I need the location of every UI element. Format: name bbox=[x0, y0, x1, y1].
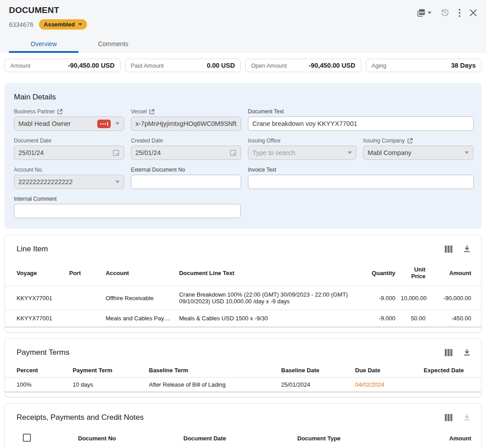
issuing-company-select[interactable]: Mabl Company bbox=[363, 146, 473, 160]
col-document-date[interactable]: Document Date bbox=[181, 428, 295, 448]
col-port[interactable]: Port bbox=[66, 260, 103, 286]
column-chooser-button[interactable] bbox=[444, 348, 454, 357]
line-item-row[interactable]: KKYYX77001 Offhire Receivable Crane Brea… bbox=[5, 286, 481, 310]
download-button[interactable] bbox=[463, 244, 471, 254]
vessel-input[interactable]: x-7pMnHjyjimtxgHOq6WC0M9SNft... bbox=[131, 116, 241, 131]
download-icon bbox=[464, 245, 470, 253]
window-header: DOCUMENT 6334676 Assembled PDF bbox=[0, 0, 486, 53]
columns-icon bbox=[445, 414, 453, 421]
document-date-input[interactable]: 25/01/24 bbox=[14, 146, 124, 160]
close-button[interactable] bbox=[469, 8, 478, 17]
open-amount-value: -90,450.00 USD bbox=[309, 62, 356, 69]
paid-amount-card: Paid Amount 0.00 USD bbox=[125, 59, 241, 72]
issuing-company-value: Mabl Company bbox=[368, 149, 462, 156]
col-expected-date[interactable]: Expected Date bbox=[421, 363, 482, 378]
cell-expected-date bbox=[421, 378, 482, 392]
pdf-export-button[interactable]: PDF bbox=[415, 8, 432, 18]
col-account[interactable]: Account bbox=[103, 260, 177, 286]
history-button[interactable] bbox=[439, 7, 451, 18]
aging-label: Aging bbox=[372, 62, 386, 69]
issuing-company-label: Issuing Company bbox=[363, 138, 405, 144]
col-document-line-text[interactable]: Document Line Text bbox=[176, 260, 365, 286]
cell-voyage: KKYYX77001 bbox=[5, 310, 66, 327]
external-link-icon[interactable] bbox=[407, 138, 413, 144]
external-link-icon[interactable] bbox=[149, 109, 155, 115]
document-number: 6334676 bbox=[9, 21, 34, 28]
tab-overview[interactable]: Overview bbox=[9, 36, 78, 53]
document-date-value: 25/01/24 bbox=[18, 149, 110, 156]
external-link-icon[interactable] bbox=[57, 109, 63, 115]
payment-terms-row[interactable]: 100% 10 days After Release of Bill of La… bbox=[5, 378, 482, 392]
document-text-field: Document Text Crane breakdown voy KKYYX7… bbox=[248, 108, 474, 131]
more-actions-chip[interactable] bbox=[97, 120, 111, 128]
column-chooser-button[interactable] bbox=[444, 245, 454, 254]
line-item-header-row: Voyage Port Account Document Line Text Q… bbox=[5, 260, 481, 286]
col-due-date[interactable]: Due Date bbox=[352, 363, 421, 378]
col-baseline-date[interactable]: Baseline Date bbox=[278, 363, 352, 378]
cell-account: Offhire Receivable bbox=[103, 286, 177, 310]
pdf-icon: PDF bbox=[416, 9, 426, 17]
account-no-select[interactable]: 222222222222222 bbox=[14, 175, 124, 189]
created-date-label: Created Date bbox=[131, 138, 163, 144]
col-percent[interactable]: Percent bbox=[5, 363, 70, 378]
internal-comment-input[interactable] bbox=[14, 204, 241, 218]
created-date-input[interactable]: 25/01/24 bbox=[131, 146, 241, 160]
col-voyage[interactable]: Voyage bbox=[5, 260, 66, 286]
external-document-no-input[interactable] bbox=[131, 175, 241, 189]
issuing-company-field: Issuing Company Mabl Company bbox=[363, 138, 473, 160]
download-icon bbox=[464, 349, 470, 356]
business-partner-value: Mabl Head Owner bbox=[18, 120, 95, 127]
issuing-office-select[interactable]: Type to search. bbox=[248, 146, 356, 160]
col-unit-price[interactable]: Unit Price bbox=[398, 260, 428, 286]
summary-cards: Amount -90,450.00 USD Paid Amount 0.00 U… bbox=[0, 53, 486, 72]
document-text-input[interactable]: Crane breakdown voy KKYYX77001 bbox=[248, 116, 474, 131]
select-all-checkbox[interactable] bbox=[23, 434, 31, 442]
tab-comments[interactable]: Comments bbox=[78, 36, 148, 53]
col-baseline-term[interactable]: Baseline Term bbox=[146, 363, 278, 378]
receipts-header-row: Document No Document Date Document Type … bbox=[5, 428, 481, 448]
col-document-no[interactable]: Document No bbox=[75, 428, 181, 448]
col-amount[interactable]: Amount bbox=[402, 428, 481, 448]
open-amount-card: Open Amount -90,450.00 USD bbox=[245, 59, 361, 72]
cell-port bbox=[66, 310, 103, 327]
chevron-down-icon bbox=[347, 151, 352, 154]
issuing-office-label: Issuing Office bbox=[248, 138, 280, 144]
svg-text:PDF: PDF bbox=[419, 11, 425, 13]
column-chooser-button[interactable] bbox=[444, 413, 454, 422]
account-no-value: 222222222222222 bbox=[18, 178, 113, 185]
line-item-table: Voyage Port Account Document Line Text Q… bbox=[5, 260, 481, 327]
issuing-office-field: Issuing Office Type to search. bbox=[248, 138, 356, 160]
external-document-no-field: External Document No bbox=[131, 167, 241, 189]
amount-label: Amount bbox=[10, 62, 30, 69]
business-partner-label: Business Partner bbox=[14, 108, 55, 115]
vessel-label: Vessel bbox=[131, 108, 147, 115]
business-partner-field: Business Partner Mabl Head Owner bbox=[14, 108, 124, 131]
cell-payment-term: 10 days bbox=[70, 378, 146, 392]
account-no-label: Account No. bbox=[14, 167, 43, 173]
open-amount-label: Open Amount bbox=[251, 62, 287, 69]
columns-icon bbox=[445, 246, 453, 253]
download-button[interactable] bbox=[463, 348, 471, 357]
receipts-title: Receipts, Payments and Credit Notes bbox=[17, 413, 143, 422]
cell-quantity: -9.000 bbox=[365, 310, 398, 327]
col-amount[interactable]: Amount bbox=[428, 260, 481, 286]
col-quantity[interactable]: Quantity bbox=[365, 260, 398, 286]
col-payment-term[interactable]: Payment Term bbox=[70, 363, 146, 378]
line-item-section: Line Item Voyage Port Account Document L… bbox=[4, 235, 482, 332]
cell-unit-price: 10,000.00 bbox=[398, 286, 428, 310]
external-document-no-label: External Document No bbox=[131, 167, 185, 173]
columns-icon bbox=[445, 349, 453, 356]
created-date-value: 25/01/24 bbox=[135, 149, 227, 156]
document-date-label: Document Date bbox=[14, 138, 51, 144]
issuing-office-placeholder: Type to search. bbox=[252, 149, 345, 156]
cell-document-line-text: Crane Breakdown 100% (22:00 (GMT) 30/09/… bbox=[176, 286, 365, 310]
status-badge-dropdown[interactable]: Assembled bbox=[39, 19, 87, 30]
col-document-type[interactable]: Document Type bbox=[295, 428, 402, 448]
internal-comment-label: Internal Comment bbox=[14, 196, 56, 202]
invoice-text-input[interactable] bbox=[248, 175, 474, 189]
business-partner-select[interactable]: Mabl Head Owner bbox=[14, 116, 124, 131]
history-icon bbox=[440, 8, 450, 17]
kebab-menu-button[interactable] bbox=[458, 8, 461, 18]
amount-value: -90,450.00 USD bbox=[68, 62, 115, 69]
line-item-row[interactable]: KKYYX77001 Meals and Cables Pay… Meals &… bbox=[5, 310, 481, 327]
